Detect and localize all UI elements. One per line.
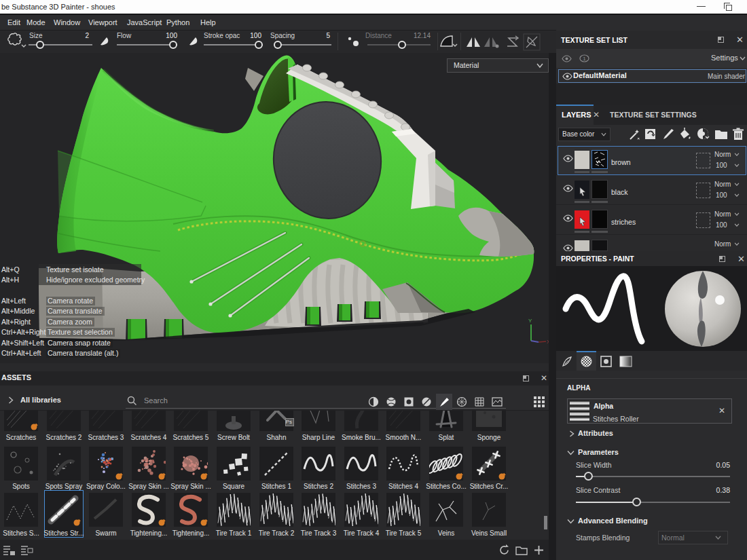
svg-text:Y: Y [528,318,532,324]
svg-text:1: 1 [583,56,586,62]
svg-text:X: X [547,339,549,345]
